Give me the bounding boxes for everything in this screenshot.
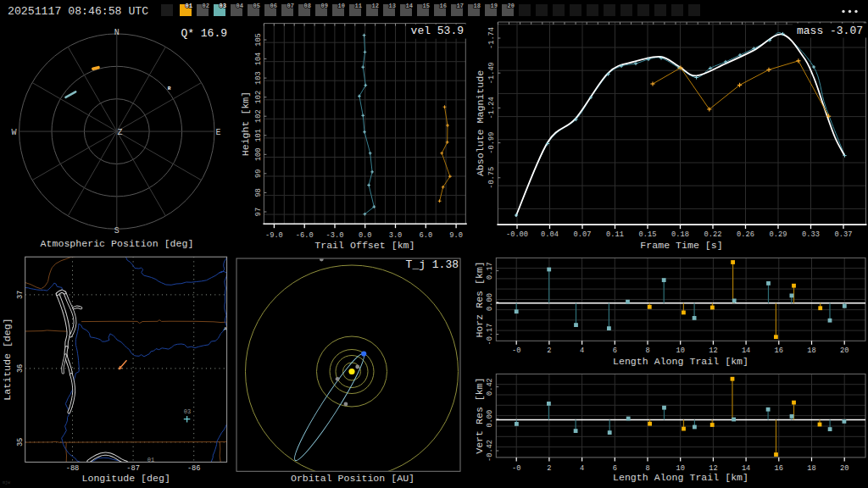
svg-text:Length Along Trail [km]: Length Along Trail [km] <box>613 356 748 367</box>
svg-text:11: 11 <box>355 3 362 9</box>
svg-text:0.26: 0.26 <box>737 230 754 239</box>
svg-text:01: 01 <box>186 3 192 9</box>
svg-text:6.0: 6.0 <box>419 231 432 240</box>
svg-text:0.11: 0.11 <box>606 230 624 239</box>
svg-text:16: 16 <box>775 464 783 473</box>
svg-text:20251117 08:46:58 UTC: 20251117 08:46:58 UTC <box>8 5 148 18</box>
svg-text:03: 03 <box>220 3 226 9</box>
svg-text:Orbital Position [AU]: Orbital Position [AU] <box>291 473 415 484</box>
svg-text:E: E <box>215 128 220 137</box>
svg-text:Frame Time [s]: Frame Time [s] <box>640 240 722 251</box>
svg-text:20: 20 <box>840 464 849 473</box>
svg-text:-0.00: -0.00 <box>506 230 528 239</box>
svg-text:4: 4 <box>580 347 584 355</box>
svg-text:12: 12 <box>372 3 379 9</box>
svg-text:-0.42: -0.42 <box>486 440 494 462</box>
svg-text:-86: -86 <box>187 464 201 473</box>
svg-text:4: 4 <box>580 464 584 473</box>
svg-text:0.33: 0.33 <box>802 230 820 239</box>
svg-text:101: 101 <box>254 129 263 142</box>
svg-text:07: 07 <box>287 3 294 9</box>
svg-text:08: 08 <box>304 3 311 9</box>
svg-text:0.17: 0.17 <box>486 262 494 280</box>
svg-text:0.07: 0.07 <box>574 230 592 239</box>
svg-text:04: 04 <box>236 3 243 9</box>
svg-text:-1.24: -1.24 <box>487 97 496 119</box>
svg-text:19: 19 <box>491 3 498 9</box>
svg-text:12: 12 <box>709 347 717 355</box>
svg-text:10: 10 <box>338 3 345 9</box>
svg-text:103: 103 <box>254 71 263 85</box>
svg-text:17: 17 <box>457 3 464 9</box>
svg-text:Vert Res [km]: Vert Res [km] <box>474 377 485 453</box>
svg-text:20: 20 <box>508 3 515 9</box>
svg-text:Q* 16.9: Q* 16.9 <box>181 27 227 40</box>
svg-text:-0.75: -0.75 <box>487 167 496 189</box>
svg-text:0.29: 0.29 <box>770 230 787 239</box>
svg-text:Atmospheric Position [deg]: Atmospheric Position [deg] <box>41 238 194 249</box>
svg-text:vel 53.9: vel 53.9 <box>411 25 464 37</box>
svg-text:-0.99: -0.99 <box>487 132 496 154</box>
svg-text:35: 35 <box>16 438 25 446</box>
svg-text:16: 16 <box>440 3 447 9</box>
svg-text:2: 2 <box>547 347 551 355</box>
svg-text:mass -3.07: mass -3.07 <box>797 25 863 37</box>
svg-text:99: 99 <box>254 169 263 178</box>
svg-text:06: 06 <box>270 3 277 9</box>
svg-text:-0: -0 <box>512 464 520 473</box>
svg-text:-1.74: -1.74 <box>487 27 496 49</box>
svg-text:98: 98 <box>254 188 263 197</box>
svg-text:104: 104 <box>254 53 263 66</box>
svg-text:15: 15 <box>423 3 430 9</box>
svg-text:18: 18 <box>807 464 815 473</box>
svg-text:18: 18 <box>807 347 815 355</box>
svg-text:6: 6 <box>613 347 617 355</box>
svg-text:0.22: 0.22 <box>704 230 722 239</box>
svg-text:20: 20 <box>840 347 849 355</box>
svg-text:-88: -88 <box>66 464 80 473</box>
svg-text:09: 09 <box>321 3 328 9</box>
svg-text:0.18: 0.18 <box>671 230 689 239</box>
svg-text:-0: -0 <box>512 347 520 355</box>
svg-text:-0.17: -0.17 <box>486 323 494 345</box>
svg-text:2: 2 <box>547 464 551 473</box>
svg-text:13: 13 <box>389 3 396 9</box>
svg-text:Trail Offset [km]: Trail Offset [km] <box>314 240 415 251</box>
svg-text:0.0: 0.0 <box>359 231 372 240</box>
svg-text:-87: -87 <box>126 464 140 473</box>
svg-text:-9.0: -9.0 <box>265 231 283 240</box>
svg-text:16: 16 <box>775 347 783 355</box>
svg-text:Longitude [deg]: Longitude [deg] <box>82 473 170 484</box>
svg-text:0.00: 0.00 <box>486 410 494 428</box>
svg-text:Length Along Trail [km]: Length Along Trail [km] <box>613 472 748 483</box>
svg-text:Absolute Magnitude: Absolute Magnitude <box>475 70 486 176</box>
svg-text:18: 18 <box>474 3 481 9</box>
svg-text:0.15: 0.15 <box>639 230 657 239</box>
svg-text:10: 10 <box>676 347 684 355</box>
svg-text:R: R <box>168 86 171 92</box>
svg-text:Horz Res [km]: Horz Res [km] <box>474 261 485 337</box>
svg-text:0.04: 0.04 <box>541 230 559 239</box>
svg-text:S: S <box>114 226 120 236</box>
svg-text:-6.0: -6.0 <box>296 231 314 240</box>
svg-text:0.37: 0.37 <box>835 230 853 239</box>
svg-text:9.0: 9.0 <box>449 231 463 240</box>
svg-text:0.42: 0.42 <box>486 378 494 396</box>
svg-text:37: 37 <box>16 291 25 299</box>
svg-text:-3.0: -3.0 <box>326 231 344 240</box>
svg-text:14: 14 <box>742 347 750 355</box>
svg-text:97: 97 <box>254 208 263 216</box>
svg-text:36: 36 <box>16 364 25 373</box>
svg-text:Z: Z <box>117 128 122 137</box>
svg-text:0.00: 0.00 <box>486 293 494 311</box>
svg-text:mjw: mjw <box>3 480 10 485</box>
svg-text:T_j 1.38: T_j 1.38 <box>406 258 459 271</box>
svg-text:N: N <box>114 28 120 37</box>
svg-text:8: 8 <box>645 347 649 355</box>
svg-text:-1.49: -1.49 <box>487 62 496 84</box>
svg-text:Latitude [deg]: Latitude [deg] <box>2 318 13 400</box>
svg-text:05: 05 <box>253 3 260 9</box>
svg-text:Height [km]: Height [km] <box>240 92 251 157</box>
svg-text:03: 03 <box>184 408 191 415</box>
svg-text:102: 102 <box>254 91 263 104</box>
